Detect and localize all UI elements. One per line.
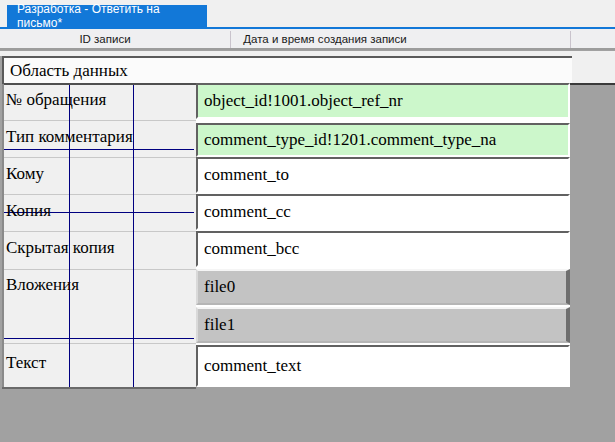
gap-right xyxy=(572,51,615,83)
field-comment-cc[interactable]: comment_cc xyxy=(196,194,570,230)
designer-stage: Разработка - Ответить на письмо* ID запи… xyxy=(0,0,615,442)
column-divider xyxy=(230,31,231,48)
field-object-ref-nr[interactable]: object_id!1001.object_ref_nr xyxy=(196,83,570,119)
column-header-record-id[interactable]: ID записи xyxy=(30,33,180,45)
column-header-created-datetime[interactable]: Дата и время создания записи xyxy=(235,33,415,45)
field-comment-bcc[interactable]: comment_bcc xyxy=(196,231,570,267)
canvas-top-border xyxy=(570,83,615,85)
row-separator xyxy=(4,120,196,121)
row-separator xyxy=(4,231,196,232)
field-comment-text[interactable]: comment_text xyxy=(196,345,570,387)
section-title: Область данных xyxy=(10,61,128,81)
label-attachments[interactable]: Вложения xyxy=(6,275,192,297)
section-band-data-area[interactable]: Область данных xyxy=(2,56,572,84)
grid-line-horizontal xyxy=(4,338,194,339)
label-request-number[interactable]: № обращения xyxy=(6,90,192,112)
row-separator xyxy=(4,269,196,270)
grid-line-horizontal xyxy=(4,149,194,150)
form-top-border xyxy=(4,83,196,85)
field-attachment-file1[interactable]: file1 xyxy=(196,307,570,343)
field-comment-type-name[interactable]: comment_type_id!1201.comment_type_na xyxy=(196,123,570,157)
label-cc[interactable]: Копия xyxy=(6,201,192,223)
label-text[interactable]: Текст xyxy=(6,353,192,375)
label-bcc[interactable]: Скрытая копия xyxy=(6,238,192,260)
row-separator xyxy=(4,157,196,158)
column-divider xyxy=(570,31,571,48)
tab-development-reply-letter[interactable]: Разработка - Ответить на письмо* xyxy=(7,5,207,27)
row-separator xyxy=(4,343,196,344)
row-separator xyxy=(4,194,196,195)
form-bottom-border xyxy=(2,387,196,389)
tab-title: Разработка - Ответить на письмо* xyxy=(17,2,207,30)
field-comment-to[interactable]: comment_to xyxy=(196,157,570,193)
label-comment-type[interactable]: Тип комментария xyxy=(6,127,192,149)
label-to[interactable]: Кому xyxy=(6,164,192,186)
field-attachment-file0[interactable]: file0 xyxy=(196,269,570,305)
